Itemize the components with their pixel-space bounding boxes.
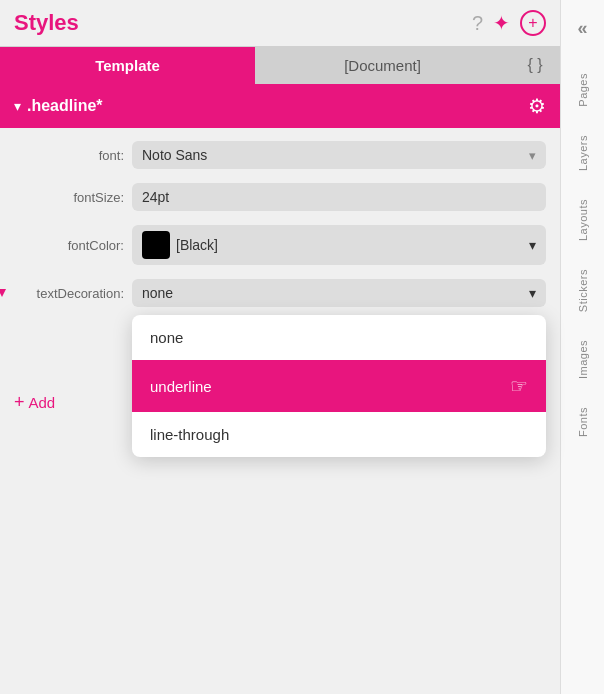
tab-brace[interactable]: { } [510,46,560,84]
style-section-title: .headline* [27,97,103,115]
gear-icon[interactable]: ⚙ [528,94,546,118]
dropdown-item-line-through[interactable]: line-through [132,412,546,457]
main-panel: Styles ? ✦ + Template [Document] { } ▾ .… [0,0,560,694]
font-label: font: [14,148,124,163]
add-style-icon[interactable]: + [520,10,546,36]
add-button-label: Add [29,394,56,411]
sidebar-item-images[interactable]: Images [561,326,604,393]
font-dropdown-arrow: ▾ [529,148,536,163]
sidebar-collapse-button[interactable]: « [577,8,587,49]
header: Styles ? ✦ + [0,0,560,46]
color-swatch [142,231,170,259]
properties-panel: font: Noto Sans ▾ fontSize: 24pt fontCol… [0,128,560,320]
fontsize-value[interactable]: 24pt [132,183,546,211]
dropdown-item-underline[interactable]: underline ☞ [132,360,546,412]
fontcolor-row: fontColor: [Black] ▾ [0,218,560,272]
tabs: Template [Document] { } [0,46,560,84]
fontsize-value-text: 24pt [142,189,169,205]
textdecoration-trigger[interactable]: none ▾ [132,279,546,307]
fontsize-label: fontSize: [14,190,124,205]
sidebar-item-layouts[interactable]: Layouts [561,185,604,255]
dropdown-indicator [0,289,6,297]
section-chevron-icon[interactable]: ▾ [14,98,21,114]
textdecoration-dropdown: none ▾ none underline ☞ line-through [132,279,546,307]
fontcolor-dropdown-arrow: ▾ [529,237,536,253]
style-section-header: ▾ .headline* ⚙ [0,84,560,128]
header-icons: ? ✦ + [472,10,546,36]
magic-icon[interactable]: ✦ [493,11,510,35]
fontcolor-label: fontColor: [14,238,124,253]
add-button[interactable]: + Add [14,392,55,413]
tab-template[interactable]: Template [0,47,255,84]
cursor-icon: ☞ [510,374,528,398]
textdecoration-value-text: none [142,285,173,301]
tab-document[interactable]: [Document] [255,47,510,84]
textdecoration-row: textDecoration: none ▾ none underline ☞ [0,272,560,314]
style-section-left: ▾ .headline* [14,97,103,115]
help-icon[interactable]: ? [472,12,483,35]
sidebar-item-fonts[interactable]: Fonts [561,393,604,451]
sidebar-item-layers[interactable]: Layers [561,121,604,185]
dropdown-item-none[interactable]: none [132,315,546,360]
fontcolor-value-text: [Black] [176,237,218,253]
textdecoration-menu: none underline ☞ line-through [132,315,546,457]
app-title: Styles [14,10,79,36]
font-value-text: Noto Sans [142,147,207,163]
sidebar-items: Pages Layers Layouts Stickers Images Fon… [561,59,604,451]
fontsize-row: fontSize: 24pt [0,176,560,218]
right-sidebar: « Pages Layers Layouts Stickers Images F… [560,0,604,694]
fontcolor-value[interactable]: [Black] ▾ [132,225,546,265]
sidebar-item-pages[interactable]: Pages [561,59,604,121]
textdecoration-label: textDecoration: [14,286,124,301]
sidebar-item-stickers[interactable]: Stickers [561,255,604,326]
add-plus-icon: + [14,392,25,413]
font-value[interactable]: Noto Sans ▾ [132,141,546,169]
font-row: font: Noto Sans ▾ [0,134,560,176]
textdecoration-arrow: ▾ [529,285,536,301]
